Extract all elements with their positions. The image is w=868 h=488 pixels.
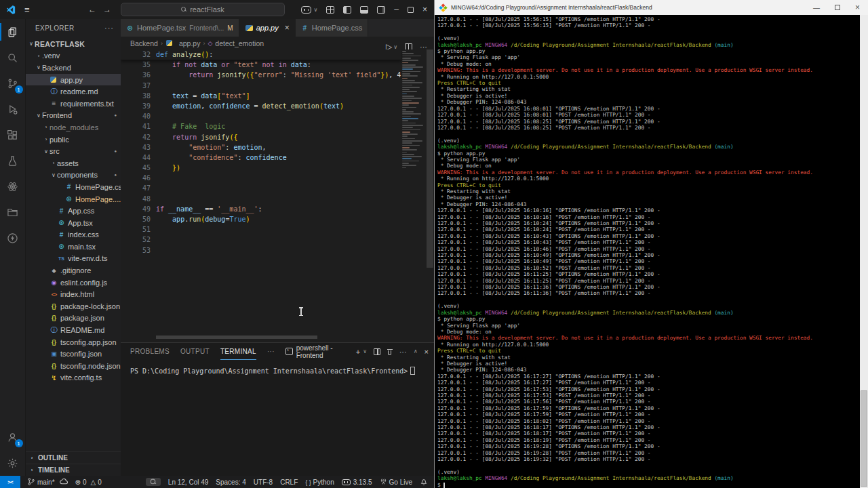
panel-tab[interactable]: OUTPUT	[180, 343, 210, 360]
tree-item[interactable]: › public	[26, 134, 121, 146]
cursor-position-item[interactable]: Ln 12, Col 49	[168, 479, 209, 486]
tree-item[interactable]: app.py	[26, 74, 121, 86]
breadcrumb-symbol[interactable]: detect_emotion	[215, 39, 264, 47]
encoding-item[interactable]: UTF-8	[254, 479, 273, 486]
tree-item[interactable]: ∨ REACTFLASK	[26, 38, 121, 50]
tree-item[interactable]: ∨ src ●	[26, 145, 121, 157]
minimize-button[interactable]: —	[813, 4, 820, 12]
notifications-bell-icon[interactable]	[420, 477, 428, 487]
editor-tab[interactable]: app.py ×	[239, 19, 296, 37]
customize-layout-icon[interactable]	[326, 6, 334, 14]
toggle-panel-icon[interactable]	[360, 6, 368, 14]
toggle-sidebar-icon[interactable]	[343, 6, 351, 14]
tree-item[interactable]: ◆ .gitignore	[26, 264, 121, 277]
minimap[interactable]	[401, 51, 425, 336]
tree-item[interactable]: ⊛ HomePage.... M	[26, 193, 121, 205]
terminal-instance[interactable]: powershell - Frontend	[285, 344, 349, 359]
panel-more-icon[interactable]: ···	[267, 343, 275, 360]
code-text: "emotion": emotion,	[151, 142, 267, 152]
tree-item[interactable]: ∨ Backend	[26, 62, 121, 74]
react-extension-icon[interactable]	[0, 174, 26, 199]
search-sidebar-icon[interactable]	[0, 45, 26, 70]
remote-indicator[interactable]: ><	[0, 476, 20, 488]
source-control-icon[interactable]: 1	[0, 70, 26, 96]
sidebar-section[interactable]: › OUTLINE	[26, 451, 121, 464]
breadcrumb-folder[interactable]: Backend	[130, 39, 158, 47]
testing-icon[interactable]	[0, 148, 26, 174]
tree-item[interactable]: ◉ eslint.config.js	[26, 277, 121, 289]
mintty-scrollbar[interactable]	[860, 15, 868, 488]
go-live-item[interactable]: Go Live	[380, 477, 412, 487]
menu-icon[interactable]: ≡	[24, 5, 30, 15]
tree-item[interactable]: # HomePage.css	[26, 181, 121, 193]
tree-item[interactable]: # App.css	[26, 205, 121, 217]
breadcrumb-file[interactable]: app.py	[179, 39, 201, 47]
accounts-icon[interactable]: 1	[0, 424, 26, 450]
indentation-item[interactable]: Spaces: 4	[216, 479, 245, 486]
terminal-dropdown-icon[interactable]: ∨	[363, 348, 367, 354]
maximize-panel-icon[interactable]: ∨	[414, 348, 418, 354]
explorer-more-icon[interactable]: ···	[104, 24, 114, 32]
back-icon[interactable]: ←	[88, 5, 96, 14]
maximize-button[interactable]	[408, 7, 414, 13]
close-icon[interactable]: ×	[285, 23, 290, 33]
tree-item[interactable]: ∨ components ●	[26, 169, 121, 182]
panel-tab[interactable]: TERMINAL	[220, 343, 256, 360]
project-manager-icon[interactable]	[0, 199, 26, 225]
tree-item[interactable]: {} tsconfig.node.json	[26, 360, 121, 372]
close-button[interactable]: ×	[855, 3, 860, 12]
mintty-output[interactable]: 127.0.0.1 - - [08/Jul/2025 15:56:15] "OP…	[435, 15, 860, 488]
explorer-icon[interactable]	[0, 19, 26, 45]
forward-icon[interactable]: →	[103, 5, 111, 14]
toggle-secondary-sidebar-icon[interactable]	[377, 6, 385, 14]
settings-gear-icon[interactable]	[0, 450, 26, 476]
tree-item[interactable]: ⊛ main.tsx	[26, 241, 121, 253]
tree-item[interactable]: {} package-lock.json	[26, 300, 121, 312]
tree-item[interactable]: ⊛ App.tsx	[26, 217, 121, 229]
close-button[interactable]: ×	[422, 5, 427, 14]
tree-item[interactable]: ⓘ README.md	[26, 324, 121, 336]
editor-tab[interactable]: # HomePage.css	[296, 19, 369, 37]
run-debug-icon[interactable]	[0, 96, 26, 122]
tree-item[interactable]: {} package.json	[26, 312, 121, 325]
language-item[interactable]: { } Python	[305, 479, 334, 486]
scrollbar-thumb[interactable]	[861, 390, 867, 487]
split-terminal-icon[interactable]	[374, 348, 380, 355]
tree-item[interactable]: ≡ requirements.txt	[26, 98, 121, 110]
tree-item[interactable]: ↯ vite.config.ts	[26, 372, 121, 384]
close-panel-icon[interactable]: ×	[425, 348, 429, 356]
panel-actions-icon[interactable]: ···	[399, 348, 407, 356]
editor-hscrollbar[interactable]	[156, 336, 317, 339]
minimize-button[interactable]: –	[394, 5, 399, 14]
tree-item[interactable]: TS vite-env.d.ts	[26, 253, 121, 265]
python-version-item[interactable]: 3.13.5	[342, 479, 372, 486]
panel-tab[interactable]: PROBLEMS	[130, 343, 170, 360]
terminal-output[interactable]: PS D:\Coding Playground\Assignment Inter…	[121, 360, 434, 476]
command-center-search[interactable]: reactFlask	[121, 3, 285, 16]
sidebar-section[interactable]: › TIMELINE	[26, 464, 121, 476]
thunder-client-icon[interactable]	[0, 225, 26, 251]
editor-scrollbar[interactable]	[426, 49, 434, 342]
kill-terminal-icon[interactable]	[387, 348, 393, 355]
tree-item[interactable]: ⓘ readme.md	[26, 85, 121, 98]
extensions-icon[interactable]	[0, 122, 26, 148]
tree-item[interactable]: ∨ Frontend ●	[26, 110, 121, 122]
problems-item[interactable]: ⊗0 △0	[75, 479, 102, 486]
eol-item[interactable]: CRLF	[280, 479, 298, 486]
copilot-button[interactable]: ∨	[301, 6, 317, 14]
tree-item[interactable]: › assets	[26, 157, 121, 169]
tree-item[interactable]: {} tsconfig.app.json	[26, 336, 121, 348]
zoom-indicator[interactable]	[146, 478, 161, 486]
new-terminal-icon[interactable]: +	[356, 348, 360, 356]
code-editor[interactable]: 32def analyze(): 35 if not data or "text…	[121, 49, 434, 342]
tree-item[interactable]: › node_modules	[26, 121, 121, 134]
tree-item[interactable]: ▣ tsconfig.json	[26, 348, 121, 360]
python-icon	[166, 40, 172, 46]
mintty-titlebar[interactable]: MINGW64:/d/Coding Playground/Assignment …	[435, 0, 868, 15]
tree-item[interactable]: › .venv	[26, 50, 121, 62]
editor-tab[interactable]: ⊛ HomePage.tsx Frontend\... M	[121, 19, 239, 37]
tree-item[interactable]: # index.css	[26, 229, 121, 241]
maximize-button[interactable]	[835, 5, 840, 10]
git-branch-item[interactable]: main*	[27, 477, 68, 487]
tree-item[interactable]: <> index.html	[26, 288, 121, 300]
